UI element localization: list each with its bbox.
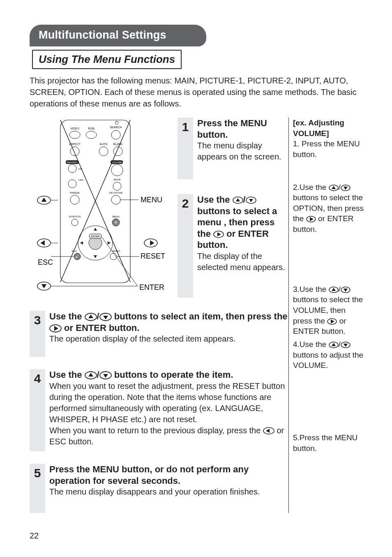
up-icon [329, 185, 339, 191]
remote-btn-menu: MENU [112, 215, 120, 218]
down-icon [99, 371, 112, 379]
remote-btn-freeze: FREEZE [70, 192, 80, 194]
remote-btn-volume: VOLUME [111, 161, 122, 164]
example-column: [ex. Adjusting VOLUME] 1. Press the MENU… [288, 118, 367, 513]
step-3-desc: The operation display of the selected it… [49, 333, 288, 344]
up-icon [85, 313, 97, 321]
step-4-number: 4 [30, 369, 45, 451]
step-2: 2 Use the / buttons to select a menu , t… [178, 194, 288, 298]
example-step-4: 4.Use the / buttons to adjust the VOLUME… [293, 339, 367, 371]
remote-btn-rgb: RGB [88, 127, 95, 130]
remote-label-enter: ENTER [139, 283, 164, 291]
remote-btn-mute: MUTE [114, 178, 121, 181]
svg-point-14 [113, 182, 121, 190]
up-icon [329, 342, 339, 348]
remote-btn-magnify: MAGNIFY [67, 161, 78, 164]
remote-btn-blank: BLANK [113, 143, 123, 146]
step-4-title: Use the / buttons to operate the item. [49, 369, 288, 381]
step-5-desc: The menu display disappears and your ope… [49, 486, 288, 497]
svg-point-3 [111, 130, 120, 139]
example-step-3: 3.Use the / buttons to select the VOLUME… [293, 284, 367, 337]
example-step-1: 1. Press the MENU button. [293, 139, 367, 159]
step-2-desc: The display of the selected menu appears… [197, 251, 288, 273]
svg-point-17 [71, 219, 78, 226]
down-icon [246, 196, 256, 204]
left-icon [263, 427, 274, 435]
intro-paragraph: This projector has the following menus: … [30, 75, 367, 109]
right-icon [49, 324, 62, 333]
svg-point-2 [86, 131, 97, 139]
svg-point-7 [99, 147, 108, 156]
up-icon [85, 371, 97, 379]
step-5-number: 5 [30, 464, 45, 513]
remote-btn-off: OFF [78, 179, 83, 181]
step-1-desc: The menu display appears on the screen. [197, 140, 288, 162]
remote-btn-position: POSITION [69, 215, 81, 218]
step-1: 1 Press the MENU button. The menu displa… [178, 118, 288, 179]
step-3: 3 Use the / buttons to select an item, t… [30, 311, 288, 357]
up-icon [329, 287, 339, 293]
remote-diagram: VIDEO RGB SEARCH ASPECT AUTO BLANK MAGNI… [30, 118, 178, 298]
section-title-bar: Multifunctional Settings [30, 25, 206, 46]
remote-label-esc: ESC [38, 258, 53, 266]
step-4: 4 Use the / buttons to operate the item.… [30, 369, 288, 451]
remote-btn-auto: AUTO [99, 143, 108, 146]
step-3-number: 3 [30, 311, 45, 357]
example-step-2: 2.Use the / buttons to select the OPTION… [293, 182, 367, 235]
step-5: 5 Press the MENU button, or do not perfo… [30, 464, 288, 513]
section-subtitle: Using The Menu Functions [39, 53, 175, 65]
up-icon [233, 196, 243, 204]
remote-btn-keystone: KEYSTONE [109, 192, 123, 194]
example-header: [ex. Adjusting VOLUME] [293, 118, 367, 139]
svg-point-13 [111, 164, 123, 176]
svg-point-16 [111, 195, 120, 204]
svg-point-15 [70, 195, 79, 204]
remote-btn-search: SEARCH [110, 126, 122, 129]
svg-point-1 [69, 131, 80, 139]
down-icon [341, 185, 350, 191]
down-icon [99, 313, 112, 321]
step-3-title: Use the / buttons to select an item, the… [49, 311, 288, 333]
down-icon [341, 287, 350, 293]
section-subtitle-box: Using The Menu Functions [32, 50, 182, 69]
remote-label-menu: MENU [141, 196, 162, 204]
page-number: 22 [30, 531, 39, 541]
right-icon [306, 216, 316, 222]
step-4-desc-a: When you want to reset the adjustment, p… [49, 381, 288, 425]
section-title: Multifunctional Settings [39, 29, 166, 41]
step-1-number: 1 [178, 118, 193, 179]
step-1-title: Press the MENU button. [197, 118, 288, 140]
svg-point-10 [68, 164, 76, 173]
right-icon [213, 231, 224, 238]
remote-btn-video: VIDEO [70, 127, 79, 130]
down-icon [341, 342, 350, 348]
step-4-desc-b: When you want to return to the previous … [49, 425, 288, 447]
step-2-title: Use the / buttons to select a menu , the… [197, 194, 288, 251]
svg-point-6 [70, 147, 79, 156]
remote-label-reset: RESET [141, 252, 165, 260]
svg-point-11 [68, 180, 76, 188]
remote-btn-esc: ESC [72, 250, 77, 252]
right-icon [327, 318, 337, 325]
step-2-number: 2 [178, 194, 193, 298]
example-step-5: 5.Press the MENU button. [293, 432, 367, 453]
step-5-title: Press the MENU button, or do not perform… [49, 464, 288, 486]
remote-btn-enter: ENTER [91, 235, 100, 238]
